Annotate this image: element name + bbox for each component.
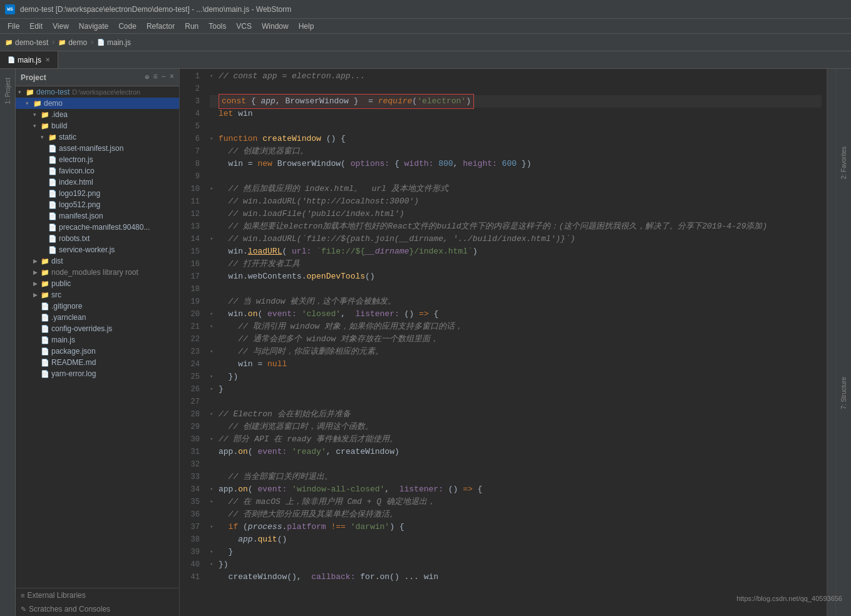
sidebar-icon-close[interactable]: × [170,73,174,82]
menu-item-window[interactable]: Window [257,19,294,33]
fold-arrow[interactable]: ▾ [18,89,26,95]
fold-arrow[interactable]: ▶ [33,269,41,275]
tree-file-icon: 📁 [26,88,34,96]
tree-file-icon: 📄 [41,370,49,378]
sidebar-icon-min[interactable]: − [162,73,166,82]
tree-item[interactable]: 📄 .gitignore [16,300,179,312]
code-content[interactable]: ▾// const app = electron.app... const { … [205,69,827,616]
fold-arrow[interactable]: ▶ [33,280,41,287]
sidebar-icon-add[interactable]: ⊕ [145,73,149,82]
line-number: 31 [185,446,200,458]
menu-item-view[interactable]: View [48,19,74,33]
fold-arrow[interactable]: ▾ [210,346,217,358]
tree-item[interactable]: ▶ 📁 src [16,289,179,300]
fold-arrow[interactable]: ▾ [210,233,217,245]
line-number: 21 [185,321,200,333]
tree-item-label: .gitignore [51,302,82,311]
code-line: app.on( event: 'ready', createWindow) [210,446,822,458]
tree-item[interactable]: 📄 index.html [16,177,179,188]
tree-item[interactable]: 📄 favicon.ico [16,165,179,177]
tree-item-label: logo512.png [59,200,100,209]
tree-item[interactable]: 📄 main.js [16,334,179,346]
code-line [210,283,822,295]
tree-item[interactable]: 📄 logo192.png [16,188,179,199]
line-number: 5 [185,120,200,133]
tree-item[interactable]: ▶ 📁 public [16,278,179,289]
bc-label-mainjs: main.js [107,38,131,47]
fold-arrow[interactable]: ▶ [33,258,41,264]
fold-arrow[interactable]: ▾ [210,371,217,383]
fold-arrow[interactable]: ▾ [210,308,217,321]
tree-item-label: package.json [51,347,96,356]
bc-mainjs[interactable]: 📄 main.js [97,38,131,47]
no-fold [210,170,217,183]
fold-arrow[interactable]: ▾ [41,134,48,140]
tree-item-label: public [51,279,71,288]
tree-item[interactable]: ▾ 📁 build [16,120,179,131]
tab-mainjs[interactable]: 📄 main.js ✕ [0,51,58,68]
tree-item[interactable]: 📄 asset-manifest.json [16,143,179,154]
right-scrollbar[interactable] [827,69,835,616]
menu-item-refactor[interactable]: Refactor [142,19,180,33]
tree-item[interactable]: 📄 precache-manifest.90480... [16,222,179,233]
external-libraries[interactable]: ≡ External Libraries [16,588,179,602]
fold-arrow[interactable]: ▾ [210,321,217,333]
code-text: }) [219,558,229,571]
fold-arrow[interactable]: ▾ [210,558,217,571]
fold-arrow[interactable]: ▾ [26,100,33,106]
tree-item[interactable]: 📄 yarn-error.log [16,368,179,379]
fold-arrow[interactable]: ▾ [210,183,217,195]
fold-arrow[interactable]: ▾ [210,496,217,508]
tree-item[interactable]: ▾ 📁 demo [16,98,179,109]
code-line [210,170,822,183]
tree-item[interactable]: 📄 package.json [16,346,179,357]
fold-arrow[interactable]: ▾ [210,433,217,446]
vert-tab-project[interactable]: 1: Project [3,75,13,106]
tree-item[interactable]: 📄 manifest.json [16,210,179,222]
menu-item-code[interactable]: Code [113,19,142,33]
vert-tab-structure[interactable]: 7: Structure [839,374,848,412]
menu-item-navigate[interactable]: Navigate [74,19,113,33]
menu-item-edit[interactable]: Edit [24,19,48,33]
sidebar-icon-menu[interactable]: ≡ [153,73,157,82]
fold-arrow[interactable]: ▾ [33,111,41,118]
vert-tab-favorites[interactable]: 2: Favorites [839,144,848,182]
fold-arrow[interactable]: ▶ [33,292,41,298]
tree-item[interactable]: ▾ 📁 .idea [16,109,179,120]
menu-item-run[interactable]: Run [180,19,204,33]
bc-demo[interactable]: 📁 demo [58,38,87,47]
tree-item[interactable]: ▶ 📁 dist [16,255,179,267]
menu-item-vcs[interactable]: VCS [231,19,257,33]
fold-arrow[interactable]: ▾ [210,408,217,421]
bc-demo-test[interactable]: 📁 demo-test [5,38,48,47]
tree-item[interactable]: 📄 service-worker.js [16,244,179,255]
tree-item[interactable]: 📄 README.md [16,357,179,368]
tree-item[interactable]: ▾ 📁 demo-test D:\workspace\electron [16,86,179,98]
menu-item-help[interactable]: Help [294,19,319,33]
tree-item[interactable]: 📄 config-overrides.js [16,323,179,334]
fold-arrow[interactable]: ▾ [210,546,217,558]
fold-arrow[interactable]: ▾ [33,123,41,129]
line-number: 28 [185,408,200,421]
tree-item[interactable]: 📄 robots.txt [16,233,179,244]
tab-close-mainjs[interactable]: ✕ [45,56,50,63]
tree-item[interactable]: 📄 logo512.png [16,199,179,210]
code-area[interactable]: 1234567891011121314151617181920212223242… [180,69,827,616]
fold-arrow[interactable]: ▾ [210,383,217,396]
code-line [210,396,822,408]
menu-item-file[interactable]: File [3,19,24,33]
code-line: ▾} [210,383,822,396]
tree-item[interactable]: 📄 electron.js [16,154,179,165]
tree-item[interactable]: ▶ 📁 node_modules library root [16,267,179,278]
fold-arrow[interactable]: ▾ [210,133,217,145]
scratches-and-consoles-label: Scratches and Consoles [29,605,110,613]
no-fold [210,471,217,483]
tree-item[interactable]: ▾ 📁 static [16,131,179,143]
scratches-and-consoles[interactable]: ✎ Scratches and Consoles [16,602,179,616]
menu-item-tools[interactable]: Tools [204,19,231,33]
editor[interactable]: 1234567891011121314151617181920212223242… [180,69,827,616]
fold-arrow[interactable]: ▾ [210,70,217,83]
tree-item[interactable]: 📄 .yarnclean [16,312,179,323]
fold-arrow[interactable]: ▾ [210,483,217,496]
fold-arrow[interactable]: ▾ [210,521,217,533]
